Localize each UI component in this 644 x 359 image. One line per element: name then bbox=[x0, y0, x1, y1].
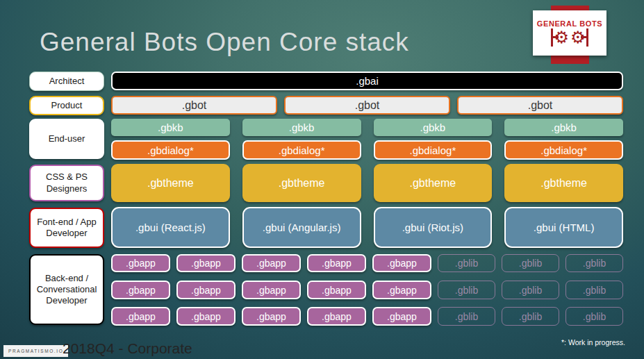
label-css-ps-designers: CSS & PS Designers bbox=[29, 165, 104, 201]
gbdialog-box: .gbdialog* bbox=[504, 140, 623, 160]
gbui-html-box: .gbui (HTML) bbox=[504, 207, 623, 248]
gbkb-box: .gbkb bbox=[111, 119, 230, 136]
gbapp-box: .gbapp bbox=[307, 281, 366, 299]
gbui-riot-box: .gbui (Riot.js) bbox=[374, 207, 493, 248]
general-bots-logo: GENERAL BOTS ⚙ ⚙ bbox=[533, 10, 606, 56]
gbui-react-box: .gbui (React.js) bbox=[111, 207, 230, 248]
gbapp-box: .gbapp bbox=[372, 281, 431, 299]
gear-bar-icon bbox=[551, 28, 553, 47]
gblib-box: .gblib bbox=[565, 307, 623, 326]
gbot-box: .gbot bbox=[111, 96, 277, 115]
gblib-box: .gblib bbox=[565, 281, 623, 299]
row-gbot: .gbot .gbot .gbot bbox=[111, 96, 623, 115]
gblib-box: .gblib bbox=[438, 254, 495, 272]
logo-gears: ⚙ ⚙ bbox=[551, 28, 588, 47]
gbapp-box: .gbapp bbox=[176, 281, 236, 299]
row-gbui: .gbui (React.js) .gbui (Angular.js) .gbu… bbox=[111, 207, 623, 248]
gbapp-box: .gbapp bbox=[242, 281, 301, 299]
gbapp-box: .gbapp bbox=[242, 307, 301, 326]
row-gbdialog: .gbdialog* .gbdialog* .gbdialog* .gbdial… bbox=[111, 140, 623, 160]
gbapp-box: .gbapp bbox=[307, 307, 366, 326]
slide: General Bots Open Core stack GENERAL BOT… bbox=[0, 0, 644, 359]
gbtheme-box: .gbtheme bbox=[111, 164, 230, 202]
label-backend-conversational-developer: Back-end / Conversational Developer bbox=[29, 254, 104, 325]
gbdialog-box: .gbdialog* bbox=[111, 140, 230, 160]
label-end-user: End-user bbox=[29, 119, 104, 159]
page-title: General Bots Open Core stack bbox=[40, 28, 409, 57]
row-gbtheme: .gbtheme .gbtheme .gbtheme .gbtheme bbox=[111, 164, 623, 202]
gbapp-box: .gbapp bbox=[176, 254, 236, 272]
gbdialog-box: .gbdialog* bbox=[242, 140, 361, 160]
gblib-box: .gblib bbox=[502, 254, 559, 272]
gbapp-box: .gbapp bbox=[111, 281, 170, 299]
label-architect: Architect bbox=[29, 72, 104, 91]
gbapp-box: .gbapp bbox=[111, 254, 170, 272]
gbtheme-box: .gbtheme bbox=[504, 164, 623, 202]
row-gbapp-gblib-3: .gbapp .gbapp .gbapp .gbapp .gbapp .gbli… bbox=[111, 307, 623, 326]
gbkb-box: .gbkb bbox=[242, 119, 361, 136]
gbapp-box: .gbapp bbox=[307, 254, 366, 272]
gbapp-box: .gbapp bbox=[372, 307, 431, 326]
gbapp-box: .gbapp bbox=[111, 307, 170, 326]
footer-caption: 2018Q4 - Corporate bbox=[63, 340, 192, 357]
gbtheme-box: .gbtheme bbox=[242, 164, 361, 202]
gblib-box: .gblib bbox=[438, 281, 495, 299]
row-gbapp-gblib-2: .gbapp .gbapp .gbapp .gbapp .gbapp .gbli… bbox=[111, 281, 623, 299]
gblib-box: .gblib bbox=[502, 307, 559, 326]
gblib-box: .gblib bbox=[502, 281, 559, 299]
gbapp-box: .gbapp bbox=[242, 254, 301, 272]
logo-brand-text: GENERAL BOTS bbox=[537, 19, 602, 28]
gbkb-box: .gbkb bbox=[374, 119, 493, 136]
gbui-angular-box: .gbui (Angular.js) bbox=[242, 207, 361, 248]
row-gbai: .gbai bbox=[111, 72, 623, 90]
gbdialog-box: .gbdialog* bbox=[374, 140, 493, 160]
gbai-box: .gbai bbox=[111, 72, 623, 90]
label-frontend-app-developer: Font-end / App Developer bbox=[29, 208, 104, 248]
gbapp-box: .gbapp bbox=[372, 254, 431, 272]
label-product: Product bbox=[29, 96, 104, 115]
gblib-box: .gblib bbox=[565, 254, 623, 272]
row-gbkb: .gbkb .gbkb .gbkb .gbkb bbox=[111, 119, 623, 136]
gbapp-box: .gbapp bbox=[176, 307, 236, 326]
gbot-box: .gbot bbox=[284, 96, 450, 115]
pragmatismo-logo-badge: PRAGMATISMO.IO bbox=[3, 345, 68, 357]
gear-bar-icon bbox=[586, 28, 588, 47]
gbkb-box: .gbkb bbox=[504, 119, 623, 136]
gblib-box: .gblib bbox=[438, 307, 495, 326]
row-gbapp-gblib-1: .gbapp .gbapp .gbapp .gbapp .gbapp .gbli… bbox=[111, 254, 623, 272]
work-in-progress-note: *: Work in progress. bbox=[561, 338, 625, 347]
gbot-box: .gbot bbox=[457, 96, 623, 115]
gbtheme-box: .gbtheme bbox=[374, 164, 493, 202]
